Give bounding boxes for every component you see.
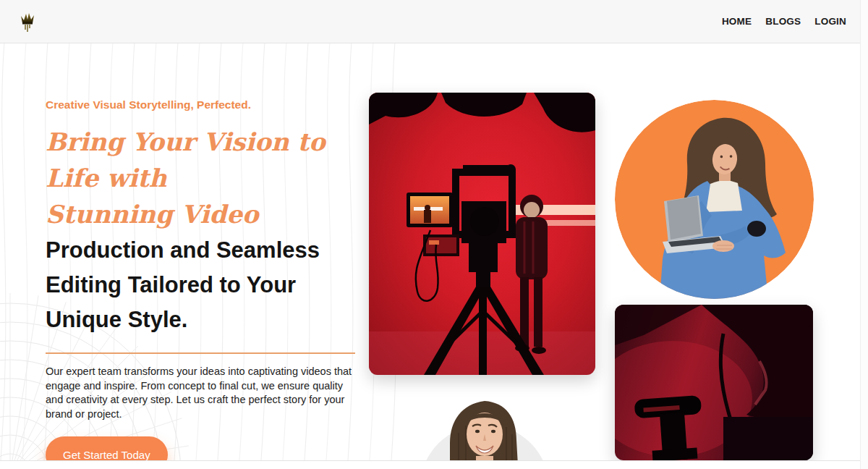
editing-photo <box>615 305 813 460</box>
hero-headline: Bring Your Vision to Life with Stunning … <box>46 124 364 337</box>
nav-link-login[interactable]: LOGIN <box>814 16 846 27</box>
hero-divider <box>46 352 355 354</box>
hero-content: Creative Visual Storytelling, Perfected.… <box>46 98 364 469</box>
nav-link-home[interactable]: HOME <box>722 16 752 27</box>
laptop-woman-art <box>615 100 814 299</box>
headline-script-line1: Bring Your Vision to Life with <box>46 127 326 193</box>
headline-bold-part: Production and Seamless Editing Tailored… <box>46 237 320 332</box>
top-navbar: HOME BLOGS LOGIN <box>0 0 868 43</box>
hero-tagline: Creative Visual Storytelling, Perfected. <box>46 98 364 111</box>
team-member-art <box>418 397 548 460</box>
main-nav: HOME BLOGS LOGIN <box>722 16 846 27</box>
landing-page: HOME BLOGS LOGIN Creative Visual Storyte… <box>0 0 868 469</box>
studio-photo <box>369 93 595 375</box>
site-logo[interactable] <box>19 11 36 33</box>
next-section-edge <box>0 460 868 469</box>
editing-photo-art <box>615 305 813 460</box>
hero-description: Our expert team transforms your ideas in… <box>46 365 362 421</box>
studio-photo-art <box>369 93 595 375</box>
nav-link-blogs[interactable]: BLOGS <box>765 16 801 27</box>
page-scrollbar[interactable] <box>860 0 868 469</box>
team-member-photo <box>418 397 548 460</box>
crown-icon <box>19 11 36 33</box>
laptop-woman-photo <box>615 100 814 299</box>
headline-script-line2: Stunning Video <box>46 200 258 229</box>
